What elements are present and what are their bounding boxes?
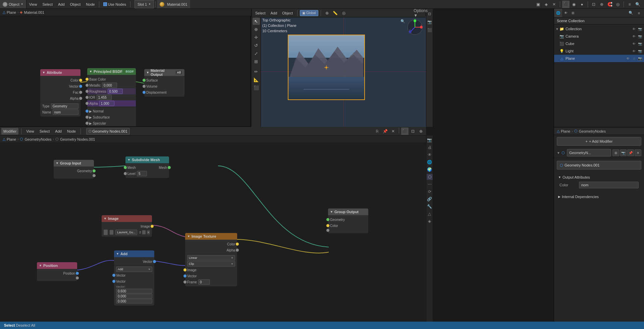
rptab-filter[interactable]: ⊞ (570, 9, 576, 17)
vp-global-btn[interactable]: ▣ Global (300, 10, 318, 16)
menu-object[interactable]: Object (67, 0, 84, 8)
engine-select[interactable]: ⊙ Object ▼ (0, 0, 26, 8)
vp-move-tool[interactable]: ✛ (253, 34, 260, 41)
snap-icon[interactable]: 🧲 (606, 1, 613, 8)
prop-icon-constraints[interactable]: 🔗 (427, 196, 433, 202)
light-vis-render[interactable]: 📷 (637, 49, 643, 53)
ne-bc-plane[interactable]: Plane (7, 137, 16, 141)
matout-volume-socket[interactable] (143, 85, 146, 88)
collection-vis-eye[interactable]: 👁 (631, 27, 637, 31)
vp-measure-btn[interactable]: 📏 (332, 9, 339, 17)
render2-icon-btn[interactable]: ◈ (542, 1, 550, 8)
vp-rotate-tool[interactable]: ↺ (253, 42, 260, 49)
search-icon[interactable]: 🔍 (634, 1, 641, 8)
prop-icon-data[interactable]: △ (427, 211, 433, 217)
imgtex-frame-field[interactable]: 0 (198, 279, 210, 285)
render-icon-btn[interactable]: ▣ (534, 1, 542, 8)
pbsdf-basecolor-socket[interactable] (86, 78, 89, 81)
image-out-socket[interactable] (151, 225, 154, 228)
ne-modifier-menu[interactable]: Modifier (1, 128, 18, 135)
add-z-field[interactable]: 0.000 (116, 299, 152, 303)
mod-close-btn[interactable]: ✕ (635, 149, 641, 156)
cube-vis-render[interactable]: 📷 (637, 42, 643, 46)
prop-icon-object[interactable]: ⬡ (427, 174, 433, 180)
position-extra-socket[interactable] (76, 277, 79, 280)
proportional-icon[interactable]: ◎ (614, 1, 622, 8)
viewport-shading-material[interactable]: ◉ (570, 1, 578, 8)
color-attr-value[interactable]: nom (579, 182, 639, 188)
vp-annotate-tool[interactable]: ✏ (253, 68, 260, 75)
camera-vis-render[interactable]: 📷 (637, 35, 643, 38)
gi-extra-socket[interactable] (93, 174, 96, 177)
matout-target-field[interactable]: All (175, 70, 182, 75)
collection-vis-render[interactable]: 📷 (637, 27, 643, 31)
tree-row-plane[interactable]: △ Plane 👁 ☆ 📷 (554, 55, 644, 62)
matout-surface-socket[interactable] (143, 79, 146, 82)
image-close-btn[interactable]: ✕ (147, 230, 150, 234)
ne-pin-btn[interactable]: 📌 (381, 128, 389, 135)
overlay-icon[interactable]: ⊡ (590, 1, 597, 8)
subdiv-level-socket[interactable] (124, 172, 127, 175)
menu-node[interactable]: Node (83, 0, 97, 8)
prop-icon-particles[interactable]: ⋯ (427, 181, 433, 187)
pbsdf-subsurface-socket[interactable] (86, 116, 89, 119)
gout-geometry-socket[interactable] (326, 218, 329, 221)
add-vec2-socket[interactable] (112, 280, 115, 283)
prop-icon-modifier[interactable]: 🔧 (427, 203, 433, 209)
ne-select-menu[interactable]: Select (38, 128, 52, 135)
pbsdf-alpha-field[interactable]: 1.000 (99, 101, 114, 106)
ne-copy-btn[interactable]: ⎘ (373, 128, 381, 135)
pbsdf-roughness-socket[interactable] (86, 90, 89, 93)
modifier-name-btn[interactable]: GeometryN... (567, 149, 611, 156)
gout-extra-socket[interactable] (326, 229, 329, 232)
subdiv-mesh-in-socket[interactable] (124, 166, 127, 169)
vp-render-toggle[interactable]: ⬛ (426, 26, 433, 34)
settings-icon-btn[interactable]: ✕ (550, 1, 558, 8)
gi-geometry-socket[interactable] (93, 170, 96, 173)
ne-snap-btn[interactable]: ⊕ (417, 128, 425, 135)
vp-add-menu[interactable]: Add (269, 10, 279, 16)
rp-search-btn[interactable]: 🔍 (627, 9, 635, 17)
ne-bc-gn2[interactable]: Geometry Nodes.001 (60, 137, 95, 141)
gout-color-socket[interactable] (326, 224, 329, 227)
vp-add-cube-tool[interactable]: ⬛ (253, 84, 260, 91)
prop-icon-world[interactable]: 🌍 (427, 167, 433, 173)
imgtex-image-socket[interactable] (183, 269, 186, 272)
vp-object-menu[interactable]: Object (280, 10, 295, 16)
add-x-field[interactable]: 0.600 (116, 289, 152, 293)
output-attr-header[interactable]: ▼ Output Attributes (557, 174, 641, 181)
pbsdf-roughness-field[interactable]: 0.500 (108, 89, 123, 94)
add-modifier-btn[interactable]: + + Add Modifier (557, 137, 641, 146)
prop-icon-render[interactable]: 📷 (427, 137, 433, 143)
ne-view-menu[interactable]: View (24, 128, 36, 135)
viewport-shading-render[interactable]: ● (578, 1, 586, 8)
image-browse-btn[interactable] (142, 230, 145, 234)
attr-alpha-socket[interactable] (79, 97, 82, 100)
menu-add[interactable]: Add (55, 0, 67, 8)
mod-render-btn[interactable]: 📷 (620, 149, 627, 156)
imgtex-color-socket[interactable] (236, 243, 239, 246)
vp-measure-tool[interactable]: 📐 (253, 76, 260, 83)
pbsdf-metallic-socket[interactable] (86, 84, 89, 87)
plane-vis-restrict[interactable]: ☆ (631, 57, 637, 60)
vp-select-menu[interactable]: Select (253, 10, 268, 16)
pbsdf-ior-field[interactable]: 1.455 (97, 95, 112, 100)
ne-bc-gn[interactable]: GeometryNodes (24, 137, 51, 141)
matout-displacement-socket[interactable] (143, 91, 146, 94)
rp-filter-btn[interactable]: ≡ (635, 9, 643, 17)
pbsdf-normal-socket[interactable] (86, 110, 89, 113)
imgtex-clip-field[interactable]: Clip ▼ (187, 261, 235, 267)
pbsdf-metallic-field[interactable]: 0.000 (102, 83, 117, 88)
tree-row-light[interactable]: 💡 Light 👁 📷 (554, 47, 644, 55)
gizmo-icon[interactable]: ⊕ (598, 1, 605, 8)
imgtex-frame-socket[interactable] (183, 281, 186, 284)
subdiv-mesh-out-socket[interactable] (168, 166, 171, 169)
vp-select-tool[interactable]: ↖ (253, 17, 260, 25)
add-mode-field[interactable]: Add ▼ (116, 267, 152, 272)
ne-shading-btn[interactable]: ⬛ (401, 128, 409, 135)
vp-proportional-btn[interactable]: ◎ (340, 9, 347, 17)
rptab-scene[interactable]: 🌐 (554, 9, 562, 17)
image-name-field[interactable]: Laurent_Gu... (115, 230, 137, 235)
material-selector[interactable]: Material.001 (157, 0, 190, 8)
light-vis-eye[interactable]: 👁 (631, 49, 637, 53)
